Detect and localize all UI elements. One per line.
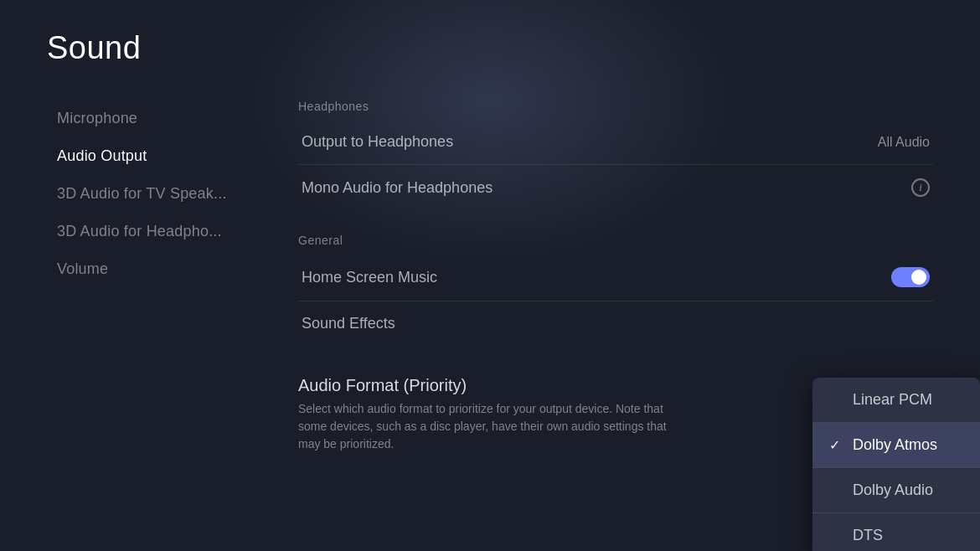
dolby-atmos-check: ✓ (829, 437, 843, 453)
dropdown-item-dts[interactable]: DTS (812, 513, 980, 551)
general-section: General Home Screen Music Sound Effects (298, 234, 933, 346)
dropdown-item-dolby-atmos[interactable]: ✓ Dolby Atmos (812, 423, 980, 467)
home-screen-music-row[interactable]: Home Screen Music (298, 254, 933, 301)
mono-audio-label: Mono Audio for Headphones (302, 179, 493, 197)
home-screen-music-toggle[interactable] (891, 267, 930, 287)
dolby-audio-label: Dolby Audio (853, 481, 933, 499)
sidebar-item-volume[interactable]: Volume (47, 252, 281, 286)
sidebar: Microphone Audio Output 3D Audio for TV … (47, 100, 281, 526)
sound-settings-page: Sound Microphone Audio Output 3D Audio f… (0, 0, 980, 551)
sidebar-item-microphone[interactable]: Microphone (47, 101, 281, 136)
headphones-section: Headphones Output to Headphones All Audi… (298, 100, 933, 210)
sidebar-item-audio-output[interactable]: Audio Output (47, 139, 281, 173)
dolby-atmos-label: Dolby Atmos (853, 436, 937, 454)
audio-format-section: Audio Format (Priority) Select which aud… (298, 369, 933, 453)
dropdown-item-linear-pcm[interactable]: Linear PCM (812, 378, 980, 422)
page-title: Sound (47, 30, 933, 66)
general-label: General (298, 234, 933, 247)
audio-format-description: Select which audio format to prioritize … (298, 400, 683, 453)
main-panel: Headphones Output to Headphones All Audi… (281, 100, 933, 526)
dropdown-item-dolby-audio[interactable]: Dolby Audio (812, 468, 980, 512)
output-to-headphones-label: Output to Headphones (302, 133, 453, 151)
dts-label: DTS (853, 527, 883, 544)
home-screen-music-label: Home Screen Music (302, 269, 437, 286)
toggle-knob (911, 270, 926, 285)
audio-format-dropdown: Linear PCM ✓ Dolby Atmos Dolby Audio (812, 378, 980, 551)
output-to-headphones-value: All Audio (878, 135, 930, 150)
linear-pcm-label: Linear PCM (853, 391, 932, 409)
sound-effects-label: Sound Effects (302, 315, 395, 332)
content-area: Microphone Audio Output 3D Audio for TV … (47, 100, 933, 526)
sidebar-item-3d-audio-tv[interactable]: 3D Audio for TV Speak... (47, 177, 281, 211)
sound-effects-row[interactable]: Sound Effects (298, 301, 933, 346)
mono-audio-row[interactable]: Mono Audio for Headphones i (298, 165, 933, 210)
headphones-label: Headphones (298, 100, 933, 113)
mono-audio-info-icon: i (911, 178, 930, 197)
sidebar-item-3d-audio-headphones[interactable]: 3D Audio for Headpho... (47, 214, 281, 249)
output-to-headphones-row[interactable]: Output to Headphones All Audio (298, 120, 933, 165)
